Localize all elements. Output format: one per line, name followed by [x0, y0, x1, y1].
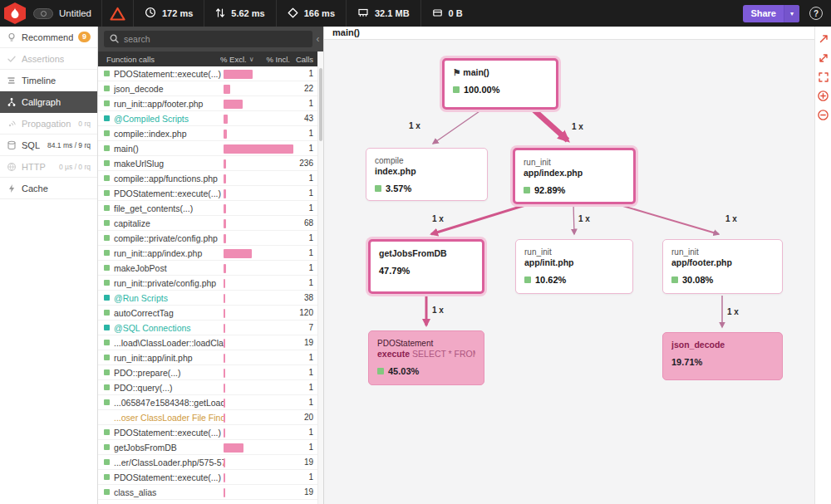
table-row[interactable]: @Compiled Scripts43 [98, 111, 323, 126]
callgraph-breadcrumb: main() [324, 27, 831, 40]
table-row[interactable]: run_init::app/init.php1 [98, 350, 323, 365]
collapse-panel-button[interactable]: ‹ [312, 27, 323, 51]
table-row[interactable]: run_init::private/config.php1 [98, 276, 323, 291]
excl-percent-bar [224, 339, 225, 348]
metric-memory: 32.1 MB [346, 0, 420, 27]
sidebar-item-label: Timeline [22, 76, 56, 86]
callgraph-node-compile-index[interactable]: compileindex.php3.57% [366, 148, 488, 201]
table-row[interactable]: getJobsFromDB1 [98, 440, 323, 455]
environment-pill-icon[interactable] [33, 8, 53, 19]
panel-scrollbar-thumb[interactable] [319, 68, 322, 141]
function-type-square [104, 355, 110, 360]
blackfire-logo[interactable] [0, 0, 30, 27]
share-button[interactable]: Share ▾ [743, 5, 799, 22]
table-row[interactable]: main()1 [98, 141, 323, 156]
column-header-excl[interactable]: % Excl. ∨ [220, 55, 260, 64]
callgraph-node-runinit-index[interactable]: run_initapp/index.php92.89% [513, 148, 636, 204]
expand-icon[interactable] [817, 51, 829, 64]
table-row[interactable]: compile::private/config.php1 [98, 231, 323, 246]
metric-value: 172 ms [162, 8, 193, 18]
table-row[interactable]: PDOStatement::execute(...)1 [98, 66, 323, 81]
network-icon [288, 7, 298, 20]
table-row[interactable]: capitalize68 [98, 216, 323, 231]
function-type-square [104, 384, 110, 390]
callgraph-node-getjobs[interactable]: getJobsFromDB47.79% [368, 239, 484, 294]
search-input[interactable] [124, 34, 307, 44]
table-row[interactable]: makeJobPost1 [98, 261, 323, 276]
search-box[interactable] [104, 31, 312, 47]
search-strip: ‹ [98, 27, 323, 51]
callgraph-body[interactable]: ⚑ main()100.00%compileindex.php3.57%run_… [324, 40, 831, 504]
sidebar-item-assertions[interactable]: Assertions [0, 48, 97, 70]
function-type-square [104, 325, 110, 330]
table-row[interactable]: ...065847e1584348::getLoader1 [98, 395, 323, 410]
sidebar-item-cache[interactable]: Cache [0, 178, 97, 199]
table-row[interactable]: compile::index.php1 [98, 126, 323, 141]
table-row[interactable]: ...load\ClassLoader::loadClass19 [98, 335, 323, 350]
table-row[interactable]: PDO::prepare(...)1 [98, 365, 323, 380]
sidebar-item-sql[interactable]: SQL 84.1 ms / 9 rq [0, 135, 97, 156]
table-row[interactable]: run_init::app/footer.php1 [98, 96, 323, 111]
node-percent: 30.08% [671, 275, 774, 285]
table-row[interactable]: compile::app/functions.php1 [98, 171, 323, 186]
table-row[interactable]: autoCorrectTag120 [98, 306, 323, 321]
callgraph-node-pdo-execute[interactable]: PDOStatementexecute SELECT * FROM jobs .… [368, 330, 484, 385]
table-row[interactable]: PDOStatement::execute(...)1 [98, 470, 323, 485]
warning-triangle-icon[interactable] [101, 0, 133, 27]
excl-percent-bar [224, 354, 225, 363]
flame-icon [4, 2, 26, 24]
zoom-in-icon[interactable] [817, 90, 829, 102]
table-row[interactable]: ...er/ClassLoader.php/575-57719 [98, 455, 323, 470]
excl-bar-zone [224, 96, 293, 110]
excl-percent-bar [224, 428, 225, 438]
metric-value: 166 ms [304, 8, 335, 18]
sidebar-item-http[interactable]: HTTP 0 µs / 0 rq [0, 156, 97, 178]
open-external-icon[interactable] [817, 32, 829, 45]
column-header-function-calls: Function calls [98, 55, 220, 64]
sort-caret-icon: ∨ [249, 56, 254, 63]
node-name: index.php [375, 166, 479, 178]
table-row[interactable]: ...oser ClassLoader File Finder20 [98, 410, 323, 425]
sidebar-item-propagation[interactable]: Propagation 0 rq [0, 113, 97, 135]
excl-percent-bar [224, 85, 230, 94]
metric-io: 0 B [420, 0, 474, 27]
fit-view-icon[interactable] [817, 71, 829, 83]
table-row[interactable]: json_decode22 [98, 81, 323, 96]
table-row[interactable]: @SQL Connections7 [98, 321, 323, 335]
zoom-out-icon[interactable] [817, 109, 829, 121]
function-type-square [104, 235, 110, 241]
callgraph-node-runinit-init[interactable]: run_initapp/init.php10.62% [515, 239, 633, 294]
table-row[interactable]: PDOStatement::execute(...)1 [98, 186, 323, 201]
excl-bar-zone [224, 126, 293, 140]
table-row[interactable]: run_init::app/index.php1 [98, 246, 323, 261]
table-row[interactable]: @Run Scripts38 [98, 291, 323, 306]
excl-bar-zone [224, 455, 293, 469]
table-row[interactable]: class_alias19 [98, 485, 323, 500]
table-row[interactable]: makeUrlSlug236 [98, 156, 323, 171]
callgraph-node-runinit-footer[interactable]: run_initapp/footer.php30.08% [662, 239, 783, 294]
function-name: makeJobPost [114, 263, 224, 273]
sidebar-item-timeline[interactable]: Timeline [0, 70, 97, 91]
help-button[interactable]: ? [809, 7, 823, 20]
callgraph-node-json-decode[interactable]: json_decode19.71% [662, 332, 783, 380]
sidebar-item-label: Propagation [22, 119, 71, 129]
excl-percent-bar [224, 115, 228, 124]
callgraph-node-main[interactable]: ⚑ main()100.00% [442, 58, 558, 110]
table-row[interactable]: PDO::query(...)1 [98, 380, 323, 395]
column-header-incl[interactable]: % Incl. [260, 55, 290, 64]
table-row[interactable]: PDOStatement::execute(...)1 [98, 425, 323, 440]
function-name: main() [114, 144, 224, 154]
function-type-square [104, 340, 110, 345]
chevron-down-icon[interactable]: ▾ [784, 5, 799, 22]
table-row[interactable]: file_get_contents(...)1 [98, 201, 323, 216]
node-percent: 92.89% [524, 185, 625, 195]
sidebar-item-callgraph[interactable]: Callgraph [0, 91, 97, 113]
excl-percent-bar [224, 204, 226, 213]
excl-percent-bar [224, 413, 225, 423]
excl-percent-bar [224, 309, 225, 318]
sidebar-item-recommendations[interactable]: Recommendations 9 [0, 27, 97, 48]
sidebar-item-label: SQL [22, 140, 40, 150]
excl-percent-bar [224, 384, 225, 393]
function-name: ...065847e1584348::getLoader [114, 398, 224, 408]
excl-bar-zone [224, 440, 293, 454]
